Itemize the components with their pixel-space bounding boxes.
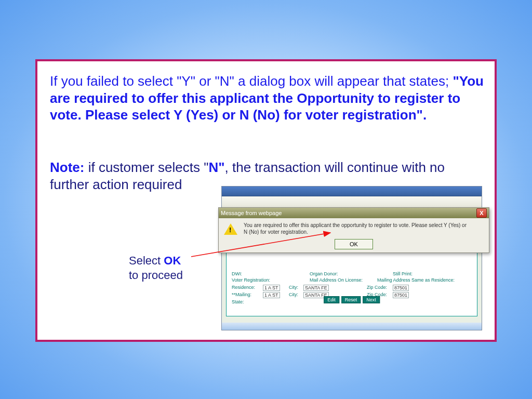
label-mailing: **Mailing:: [232, 292, 251, 297]
value-mailing-street: 1 A ST: [263, 292, 280, 298]
close-icon: X: [480, 210, 483, 216]
dialog-body: You are required to offer this applicant…: [219, 218, 489, 240]
label-residence: Residence:: [232, 285, 255, 290]
label-organ: Organ Donor:: [310, 271, 338, 276]
dialog-ok-button[interactable]: OK: [335, 239, 373, 249]
dialog-ok-label: OK: [350, 241, 358, 247]
note-n: N": [208, 159, 224, 175]
value-zip-2: 87501: [393, 292, 409, 298]
dialog-titlebar: Message from webpage X: [219, 208, 489, 218]
label-dwi: DWI:: [232, 271, 242, 276]
note-label: Note:: [50, 159, 84, 175]
instruction-text: If you failed to select "Y" or "N" a dia…: [50, 73, 486, 124]
dialog-message: You are required to offer this applicant…: [244, 222, 467, 235]
label-mail-lic: Mail Address On License:: [310, 277, 363, 283]
label-voter: Voter Registration:: [232, 277, 270, 283]
instruction-pre: If you failed to select "Y" or "N" a dia…: [50, 73, 453, 89]
mock-button-row: Edit Reset Next: [324, 296, 380, 303]
mock-reset-button: Reset: [341, 296, 361, 303]
mock-browser-titlebar: [222, 187, 482, 196]
message-dialog: Message from webpage X You are required …: [218, 207, 489, 253]
value-residence-street: 1 A ST: [263, 285, 280, 291]
hint-post: to proceed: [129, 269, 183, 282]
warning-icon: [224, 223, 237, 235]
label-mail-same: Mailing Address Same as Residence:: [377, 277, 455, 283]
hint-pre: Select: [129, 254, 164, 267]
label-city-2: City:: [289, 292, 298, 297]
mock-next-button: Next: [363, 296, 380, 303]
hint-ok: OK: [164, 254, 181, 267]
value-city-1: SANTA FE: [303, 285, 329, 291]
dialog-title-text: Message from webpage: [221, 210, 282, 216]
dialog-close-button[interactable]: X: [476, 208, 487, 218]
mock-edit-button: Edit: [324, 296, 339, 303]
label-still-print: Still Print:: [393, 271, 413, 276]
content-panel: If you failed to select "Y" or "N" a dia…: [35, 59, 497, 342]
hint-text: Select OK to proceed: [129, 254, 183, 282]
note-mid1: if customer selects ": [88, 159, 209, 175]
mock-form: DWI: Organ Donor: Still Print: Voter Reg…: [232, 271, 472, 311]
label-zip-1: Zip Code:: [367, 285, 387, 290]
label-state: State:: [232, 299, 244, 304]
label-city-1: City:: [289, 285, 298, 290]
slide-background: If you failed to select "Y" or "N" a dia…: [0, 0, 532, 399]
value-zip-1: 87501: [393, 285, 409, 291]
mock-taskbar: [222, 323, 482, 330]
